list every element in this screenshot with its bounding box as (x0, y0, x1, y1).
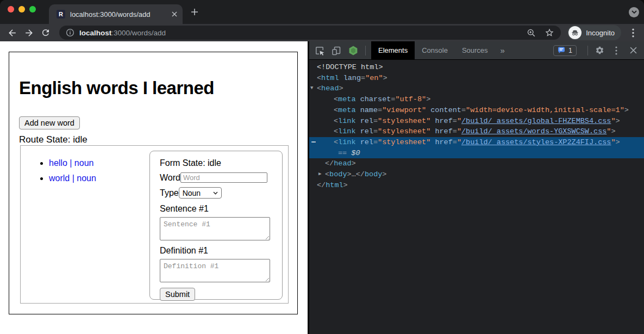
issues-count: 1 (568, 47, 572, 54)
dom-tree-node[interactable]: </html> (309, 180, 644, 191)
collapsed-arrow-icon[interactable]: ▶ (318, 169, 321, 180)
word-link[interactable]: hello | noun (49, 158, 93, 168)
tab-sources[interactable]: Sources (455, 41, 495, 60)
devtools-toolbar: Elements Console Sources » 1 (309, 41, 644, 60)
word-input[interactable] (180, 172, 267, 183)
browser-tab[interactable]: R localhost:3000/words/add (49, 4, 183, 24)
definition-textarea[interactable] (160, 259, 270, 282)
tab-search-button[interactable] (629, 7, 639, 17)
traffic-lights (8, 6, 36, 13)
arrow-right-icon (24, 28, 34, 38)
tab-elements[interactable]: Elements (371, 41, 415, 60)
definition-label: Definition #1 (160, 246, 274, 256)
node-options-dots-icon[interactable]: ⋯ (311, 137, 316, 148)
chevron-down-icon (213, 191, 218, 195)
dom-tree-node[interactable]: == $0 (309, 148, 644, 159)
toolbar-divider (365, 46, 366, 55)
tab-title: localhost:3000/words/add (70, 10, 172, 18)
forward-button[interactable] (21, 25, 36, 40)
maximize-window-button[interactable] (29, 6, 36, 13)
incognito-badge[interactable]: Incognito (567, 25, 621, 40)
page-viewport: English words I learned Add new word Rou… (0, 41, 308, 334)
dom-tree-node[interactable]: <meta name="viewport" content="width=dev… (309, 105, 644, 116)
devtools-menu-icon[interactable] (610, 45, 622, 57)
word-list: hello | noun world | noun (49, 158, 96, 189)
url-path: :3000/words/add (111, 29, 166, 37)
tab-console[interactable]: Console (415, 41, 455, 60)
url-host: localhost (79, 29, 111, 37)
route-state-text: Route State: idle (19, 134, 297, 145)
add-word-form: Form State: idle Word Type Noun (149, 151, 283, 300)
browser-menu-icon[interactable] (627, 26, 640, 39)
remix-favicon: R (57, 10, 65, 18)
toolbar-divider (587, 46, 588, 55)
arrow-left-icon (7, 28, 17, 38)
browser-toolbar: localhost:3000/words/add Incognito (0, 24, 644, 41)
browser-window: R localhost:3000/words/add localhost: (0, 0, 644, 334)
dom-tree-node[interactable]: <meta charset="utf-8"> (309, 94, 644, 105)
type-label: Type (160, 188, 179, 198)
url-bar[interactable]: localhost:3000/words/add (59, 26, 561, 40)
back-button[interactable] (4, 25, 20, 40)
submit-button[interactable]: Submit (160, 288, 195, 301)
incognito-label: Incognito (586, 29, 615, 37)
info-icon[interactable] (66, 28, 74, 37)
incognito-avatar-icon (568, 26, 582, 39)
zoom-icon[interactable] (527, 28, 536, 38)
extension-hexagon-icon[interactable] (347, 45, 359, 57)
dom-tree-node[interactable]: ▶<body>…</body> (309, 169, 644, 180)
chevron-down-icon (632, 10, 637, 14)
reload-button[interactable] (38, 25, 53, 40)
list-item: world | noun (49, 174, 96, 183)
dom-tree-node[interactable]: <html lang="en"> (309, 73, 644, 84)
word-link[interactable]: world | noun (49, 174, 96, 183)
word-label: Word (160, 173, 180, 183)
message-bubble-icon (558, 47, 565, 54)
minimize-window-button[interactable] (18, 6, 25, 13)
inspect-element-icon[interactable] (314, 45, 326, 57)
dom-tree-node[interactable]: <!DOCTYPE html> (309, 62, 644, 73)
reload-icon (41, 28, 51, 38)
dom-tree-node[interactable]: <link rel="stylesheet" href="/build/_ass… (309, 116, 644, 127)
type-select-value: Noun (183, 189, 201, 197)
dom-tree-node[interactable]: </head> (309, 158, 644, 169)
sentence-textarea[interactable] (160, 217, 270, 240)
new-tab-button[interactable] (189, 7, 200, 17)
dom-tree-node[interactable]: <link rel="stylesheet" href="/build/_ass… (309, 126, 644, 137)
dom-tree[interactable]: <!DOCTYPE html><html lang="en">▼<head><m… (309, 60, 644, 334)
devtools-close-icon[interactable] (627, 45, 639, 57)
main-container: English words I learned Add new word Rou… (9, 52, 298, 314)
dom-tree-node[interactable]: ⋯<link rel="stylesheet" href="/build/_as… (309, 137, 644, 148)
expanded-arrow-icon[interactable]: ▼ (310, 83, 313, 94)
settings-gear-icon[interactable] (593, 45, 605, 57)
bookmark-star-icon[interactable] (545, 28, 554, 38)
more-tabs-icon[interactable]: » (495, 46, 510, 55)
url-text: localhost:3000/words/add (79, 29, 166, 37)
type-select[interactable]: Noun (179, 187, 222, 199)
list-item: hello | noun (49, 158, 96, 168)
issues-badge[interactable]: 1 (553, 45, 577, 56)
words-panel: hello | noun world | noun Form State: id… (20, 145, 289, 304)
tab-close-icon[interactable] (172, 11, 177, 17)
add-new-word-button[interactable]: Add new word (19, 116, 80, 129)
tab-strip: R localhost:3000/words/add (0, 0, 644, 24)
page-title: English words I learned (19, 78, 297, 98)
close-window-button[interactable] (8, 6, 14, 13)
devtools-panel: Elements Console Sources » 1 (309, 41, 644, 334)
sentence-label: Sentence #1 (160, 204, 274, 214)
device-toolbar-icon[interactable] (330, 45, 342, 57)
dom-tree-node[interactable]: ▼<head> (309, 83, 644, 94)
form-state-text: Form State: idle (160, 158, 274, 168)
